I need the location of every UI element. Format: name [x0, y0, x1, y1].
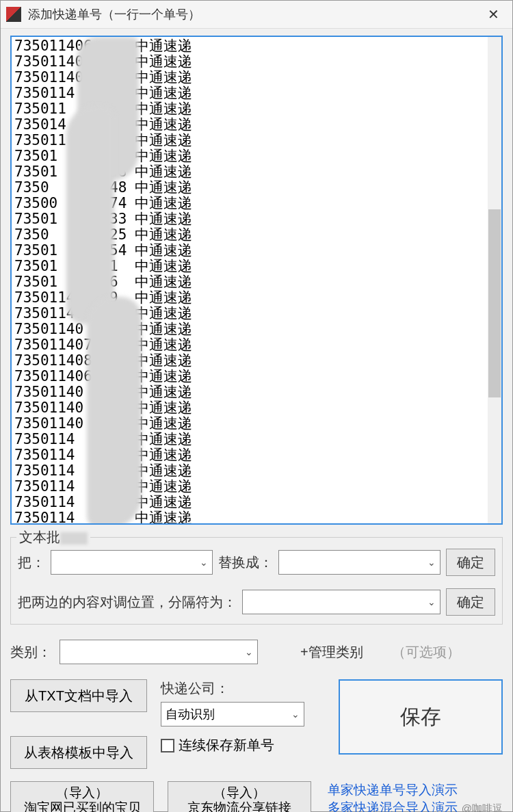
chevron-down-icon: ⌄	[245, 646, 253, 657]
optional-label: （可选项）	[392, 643, 460, 662]
confirm-replace-button[interactable]: 确定	[446, 549, 495, 576]
checkbox-icon	[161, 739, 174, 752]
import-txt-button[interactable]: 从TXT文档中导入	[10, 679, 147, 712]
label-put: 把：	[18, 553, 45, 572]
demo-link-multi[interactable]: 多家快递混合导入演示 @咖啡逗	[328, 799, 503, 812]
continuous-save-label: 连续保存新单号	[179, 736, 274, 755]
courier-label: 快递公司：	[161, 679, 325, 698]
manage-category-link[interactable]: +管理类别	[300, 643, 363, 662]
label-swap: 把两边的内容对调位置，分隔符为：	[18, 593, 237, 612]
tracking-textarea[interactable]: 735011406中通速递735011409中通速递73501140中通速递73…	[10, 36, 503, 525]
label-category: 类别：	[10, 643, 51, 662]
chevron-down-icon: ⌄	[291, 709, 300, 720]
courier-value: 自动识别	[166, 706, 215, 722]
chevron-down-icon: ⌄	[428, 597, 436, 607]
import-taobao-button[interactable]: （导入） 淘宝网已买到的宝贝	[10, 781, 154, 812]
close-button[interactable]: ✕	[479, 1, 507, 28]
group-title: 文本批	[16, 528, 90, 547]
window-title: 添加快递单号（一行一个单号）	[28, 6, 479, 23]
content-area: 735011406中通速递735011409中通速递73501140中通速递73…	[1, 29, 512, 812]
import-template-button[interactable]: 从表格模板中导入	[10, 736, 147, 769]
courier-combo[interactable]: 自动识别 ⌄	[161, 702, 304, 726]
replace-to-combo[interactable]: ⌄	[278, 550, 440, 575]
dialog-window: 添加快递单号（一行一个单号） ✕ 735011406中通速递735011409中…	[0, 0, 513, 812]
chevron-down-icon: ⌄	[428, 557, 436, 568]
app-icon	[6, 7, 21, 22]
demo-link-single[interactable]: 单家快递单号导入演示	[328, 781, 503, 799]
import-jd-button[interactable]: （导入） 京东物流分享链接	[168, 781, 311, 812]
continuous-save-checkbox[interactable]: 连续保存新单号	[161, 736, 325, 755]
swap-delimiter-combo[interactable]: ⌄	[242, 590, 440, 614]
scrollbar-vertical[interactable]	[488, 37, 501, 523]
watermark: @咖啡逗	[462, 802, 503, 812]
text-batch-group: 文本批 把： ⌄ 替换成： ⌄ 确定 把两边的内容对调位置，分隔符为： ⌄ 确定	[10, 537, 503, 625]
save-button[interactable]: 保存	[339, 679, 503, 755]
label-replace-to: 替换成：	[218, 553, 273, 572]
category-combo[interactable]: ⌄	[60, 640, 258, 664]
titlebar: 添加快递单号（一行一个单号） ✕	[1, 1, 512, 29]
scrollbar-thumb[interactable]	[488, 209, 501, 397]
confirm-swap-button[interactable]: 确定	[446, 588, 495, 616]
chevron-down-icon: ⌄	[200, 557, 208, 568]
replace-from-combo[interactable]: ⌄	[51, 550, 213, 575]
